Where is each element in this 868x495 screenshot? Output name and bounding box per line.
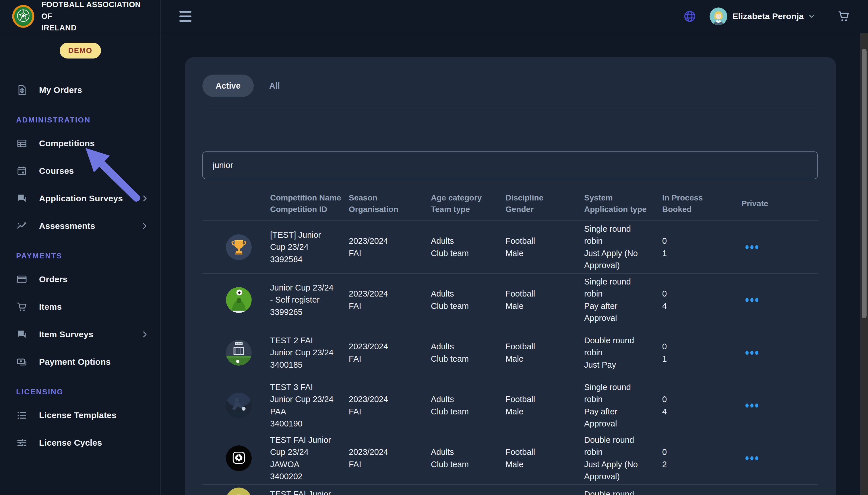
sidebar-item-payment-options[interactable]: Payment Options	[0, 348, 161, 376]
age-cell: AdultsClub team	[431, 340, 506, 364]
tab-all[interactable]: All	[269, 81, 280, 91]
competition-name: TEST 3 FAI Junior Cup 23/24 PAA	[270, 381, 334, 417]
competitions-icon	[16, 138, 28, 149]
chevron-down-icon[interactable]	[808, 12, 816, 20]
season-org: FAI	[349, 458, 425, 470]
season-season: 2023/2024	[349, 288, 425, 300]
search-input[interactable]	[202, 151, 818, 179]
sidebar-item-item-surveys[interactable]: Item Surveys	[0, 321, 161, 348]
age-age: Adults	[431, 340, 500, 353]
cart-icon	[16, 301, 28, 312]
sidebar-item-my-orders[interactable]: $My Orders	[0, 76, 161, 104]
discipline-cell: FootballMale	[506, 235, 584, 259]
sidebar-item-application-surveys[interactable]: Application Surveys	[0, 185, 161, 212]
sidebar-item-competitions[interactable]: Competitions	[0, 130, 161, 157]
environment-banner: DEMO	[0, 33, 161, 68]
competition-avatar-cell	[202, 445, 270, 471]
sidebar-item-courses[interactable]: Courses	[0, 157, 161, 185]
application-type-value: Just Pay	[584, 359, 650, 371]
chat-icon	[16, 329, 28, 340]
system-cell: Single round robinJust Apply (No Approva…	[584, 223, 662, 271]
table-row[interactable]: Junior Cup 23/24 - Self register33992652…	[202, 274, 818, 326]
table-row[interactable]: TEST FAI Junior Cup 23/24 JAWOA340020220…	[202, 432, 818, 485]
grass-avatar-icon	[226, 287, 252, 313]
column-header-line2: Booked	[662, 204, 737, 215]
row-actions-ellipsis-icon[interactable]	[746, 404, 763, 408]
booked-value: 2	[662, 458, 736, 470]
in-process-booked-cell: 01	[662, 340, 741, 364]
season-cell: 2023/2024FAI	[349, 235, 431, 259]
table-row[interactable]: TEST 3 FAI Junior Cup 23/24 PAA340019020…	[202, 379, 818, 432]
table-row[interactable]: [TEST] Junior Cup 23/2433925842023/2024F…	[202, 221, 818, 274]
demo-badge: DEMO	[60, 43, 101, 58]
row-actions-cell	[741, 351, 818, 355]
user-name[interactable]: Elizabeta Peronja	[733, 12, 804, 21]
system-cell: Single round robinPay after Approval	[584, 276, 662, 324]
application-type-value: Just Apply (No Approval)	[584, 247, 650, 271]
system-value: Single round robin	[584, 276, 650, 300]
svg-text:$: $	[21, 89, 23, 92]
stadium-avatar-icon	[226, 340, 252, 366]
booked-value: 1	[662, 247, 736, 259]
discipline-cell	[506, 485, 584, 488]
sidebar-item-assessments[interactable]: Assessments	[0, 212, 161, 240]
sidebar-item-label: License Cycles	[39, 438, 102, 448]
invoice-icon: $	[16, 84, 28, 96]
page-scrollbar[interactable]	[860, 33, 868, 495]
age-team: Club team	[431, 247, 500, 259]
sidebar-section-heading-payments: PAYMENTS	[16, 250, 161, 261]
booked-value: 1	[662, 353, 736, 365]
discipline-cell: FootballMale	[506, 288, 584, 312]
age-team: Club team	[431, 458, 500, 470]
language-globe-icon[interactable]	[683, 10, 697, 23]
hamburger-menu-icon[interactable]	[179, 11, 192, 22]
discipline-discipline: Football	[506, 446, 578, 458]
sidebar-item-items[interactable]: Items	[0, 293, 161, 321]
row-actions-ellipsis-icon[interactable]	[746, 351, 763, 355]
competition-avatar-cell	[202, 485, 270, 495]
scrollbar-thumb[interactable]	[862, 49, 867, 318]
sidebar-item-license-cycles[interactable]: License Cycles	[0, 429, 161, 457]
tab-active[interactable]: Active	[202, 74, 254, 97]
sidebar-item-label: My Orders	[39, 85, 82, 95]
discipline-gender: Male	[506, 406, 578, 417]
sidebar-item-orders[interactable]: Orders	[0, 266, 161, 293]
user-avatar[interactable]	[709, 7, 727, 25]
row-actions-ellipsis-icon[interactable]	[746, 298, 763, 302]
payments-icon	[16, 356, 28, 368]
competition-id: 3400190	[270, 417, 334, 430]
age-cell: AdultsClub team	[431, 288, 506, 312]
system-cell: Single round robinPay after Approval	[584, 381, 662, 429]
row-actions-ellipsis-icon[interactable]	[746, 245, 763, 249]
competition-avatar-cell	[202, 340, 270, 366]
competition-avatar-cell	[202, 287, 270, 313]
row-actions-cell	[741, 404, 818, 408]
booked-value: 4	[662, 406, 736, 417]
column-header-line1: Discipline	[506, 192, 579, 204]
age-team: Club team	[431, 406, 500, 417]
season-cell: 2023/2024FAI	[349, 288, 431, 312]
system-value: Single round robin	[584, 223, 650, 247]
sidebar-item-license-templates[interactable]: License Templates	[0, 402, 161, 429]
in-process-value: 0	[662, 446, 736, 458]
discipline-gender: Male	[506, 353, 578, 365]
row-actions-cell	[741, 245, 818, 249]
age-age: Adults	[431, 446, 500, 458]
cart-icon[interactable]	[837, 10, 850, 23]
table-row[interactable]: TEST FAI JuniorDouble round	[202, 485, 818, 495]
application-type-value: Pay after Approval	[584, 300, 650, 324]
in-process-value: 0	[662, 235, 736, 247]
row-actions-ellipsis-icon[interactable]	[746, 456, 763, 460]
table-row[interactable]: TEST 2 FAI Junior Cup 23/2434001852023/2…	[202, 326, 818, 379]
ball-yellow-avatar-icon	[226, 488, 252, 495]
season-season: 2023/2024	[349, 340, 425, 353]
fai-crest-logo-icon	[12, 4, 35, 28]
discipline-discipline: Football	[506, 288, 578, 300]
system-value: Double round robin	[584, 335, 650, 358]
sidebar-section-heading-licensing: LICENSING	[16, 386, 161, 397]
bullet-list-icon	[16, 410, 28, 421]
competition-id: 3400185	[270, 359, 334, 371]
age-age: Adults	[431, 393, 500, 405]
row-actions-cell	[741, 298, 818, 302]
in-process-value: 0	[662, 288, 736, 300]
